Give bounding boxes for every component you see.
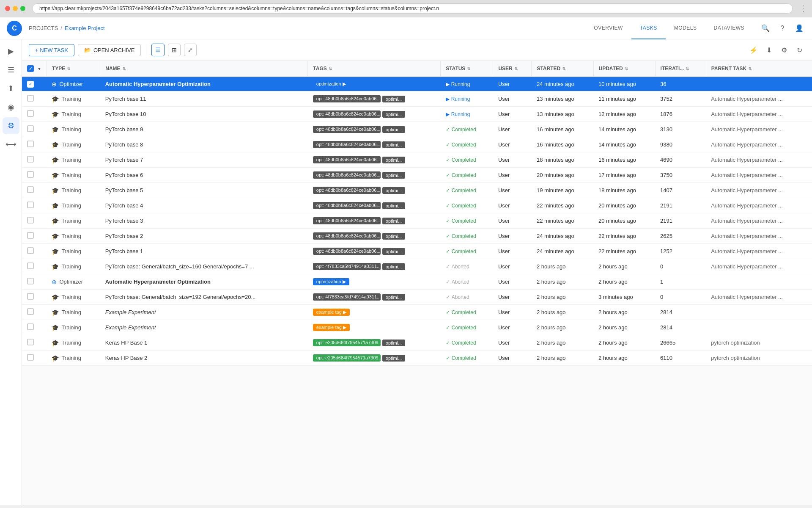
row-select-cell[interactable] (22, 244, 47, 259)
column-header-select[interactable]: ✓▼ (22, 61, 47, 77)
row-name-cell[interactable]: Automatic Hyperparameter Optimization (100, 274, 308, 290)
sidebar-item-tasks[interactable]: ☰ (3, 61, 19, 78)
row-checkbox[interactable] (27, 278, 34, 284)
row-name-cell[interactable]: Keras HP Base 2 (100, 351, 308, 366)
row-checkbox[interactable] (27, 186, 34, 193)
row-select-cell[interactable] (22, 229, 47, 244)
column-header-iterations[interactable]: ITERATI...⇅ (655, 61, 706, 77)
table-row[interactable]: 🎓TrainingPyTorch base 5opt: 48db0b8a6c82… (22, 183, 812, 198)
table-row[interactable]: 🎓TrainingPyTorch base 3opt: 48db0b8a6c82… (22, 213, 812, 229)
row-name-cell[interactable]: PyTorch base 7 (100, 152, 308, 168)
table-row[interactable]: 🎓TrainingKeras HP Base 2opt: e205d684f79… (22, 351, 812, 366)
row-name-cell[interactable]: PyTorch base: General/batch_size=192 Gen… (100, 290, 308, 305)
sidebar-item-settings[interactable]: ⚙ (3, 117, 19, 134)
user-avatar[interactable]: 👤 (793, 22, 805, 34)
row-name-cell[interactable]: PyTorch base 11 (100, 91, 308, 107)
table-row[interactable]: 🎓TrainingPyTorch base: General/batch_siz… (22, 290, 812, 305)
nav-tab-models[interactable]: MODELS (666, 17, 705, 39)
row-name-cell[interactable]: PyTorch base 2 (100, 229, 308, 244)
browser-maximize-dot[interactable] (20, 6, 25, 11)
column-header-started[interactable]: STARTED⇅ (532, 61, 593, 77)
row-name-cell[interactable]: Example Experiment (100, 305, 308, 320)
table-row[interactable]: ⊕OptimizerAutomatic Hyperparameter Optim… (22, 274, 812, 290)
nav-tab-dataviews[interactable]: DATAVIEWS (705, 17, 753, 39)
sidebar-item-models[interactable]: ◉ (3, 99, 19, 116)
row-checkbox[interactable] (27, 232, 34, 239)
row-select-cell[interactable] (22, 274, 47, 290)
row-select-cell[interactable] (22, 122, 47, 137)
row-name-cell[interactable]: PyTorch base 10 (100, 107, 308, 122)
browser-close-dot[interactable] (5, 6, 10, 11)
row-select-cell[interactable] (22, 107, 47, 122)
row-checkbox[interactable] (27, 323, 34, 330)
view-chart-button[interactable]: ⤢ (184, 44, 197, 56)
browser-menu-icon[interactable]: ⋮ (799, 4, 807, 13)
table-row[interactable]: 🎓TrainingExample Experimentexample tag ▶… (22, 305, 812, 320)
row-checkbox[interactable]: ✓ (27, 81, 34, 88)
table-row[interactable]: ✓⊕OptimizerAutomatic Hyperparameter Opti… (22, 77, 812, 91)
row-select-cell[interactable] (22, 137, 47, 152)
table-row[interactable]: 🎓TrainingPyTorch base 9opt: 48db0b8a6c82… (22, 122, 812, 137)
table-row[interactable]: 🎓TrainingPyTorch base 4opt: 48db0b8a6c82… (22, 198, 812, 213)
table-row[interactable]: 🎓TrainingPyTorch base 7opt: 48db0b8a6c82… (22, 152, 812, 168)
row-checkbox[interactable] (27, 247, 34, 254)
row-select-cell[interactable] (22, 351, 47, 366)
row-name-cell[interactable]: PyTorch base 5 (100, 183, 308, 198)
row-name-cell[interactable]: Example Experiment (100, 320, 308, 335)
table-row[interactable]: 🎓TrainingPyTorch base 10opt: 48db0b8a6c8… (22, 107, 812, 122)
new-task-button[interactable]: + NEW TASK (29, 44, 74, 56)
row-name-cell[interactable]: PyTorch base 3 (100, 213, 308, 229)
row-select-cell[interactable] (22, 168, 47, 183)
row-select-cell[interactable] (22, 183, 47, 198)
browser-url-bar[interactable]: https://app.clear.ml/projects/2043a1657f… (32, 3, 793, 14)
nav-tab-overview[interactable]: OVERVIEW (585, 17, 631, 39)
row-checkbox[interactable] (27, 293, 34, 300)
table-row[interactable]: 🎓TrainingPyTorch base 6opt: 48db0b8a6c82… (22, 168, 812, 183)
nav-tab-tasks[interactable]: TASKS (631, 17, 666, 39)
row-checkbox[interactable] (27, 339, 34, 345)
app-logo[interactable]: C (7, 21, 22, 36)
row-checkbox[interactable] (27, 141, 34, 147)
row-checkbox[interactable] (27, 217, 34, 224)
row-name-cell[interactable]: PyTorch base 4 (100, 198, 308, 213)
row-select-cell[interactable] (22, 290, 47, 305)
row-name-cell[interactable]: PyTorch base: General/batch_size=160 Gen… (100, 259, 308, 274)
row-name-cell[interactable]: PyTorch base 1 (100, 244, 308, 259)
row-checkbox[interactable] (27, 171, 34, 178)
row-name-cell[interactable]: PyTorch base 8 (100, 137, 308, 152)
column-header-updated[interactable]: UPDATED⇅ (593, 61, 655, 77)
row-checkbox[interactable] (27, 308, 34, 315)
row-select-cell[interactable] (22, 198, 47, 213)
table-row[interactable]: 🎓TrainingPyTorch base: General/batch_siz… (22, 259, 812, 274)
table-row[interactable]: 🎓TrainingPyTorch base 8opt: 48db0b8a6c82… (22, 137, 812, 152)
row-checkbox[interactable] (27, 156, 34, 163)
open-archive-button[interactable]: 📂 OPEN ARCHIVE (78, 44, 141, 56)
table-row[interactable]: 🎓TrainingPyTorch base 2opt: 48db0b8a6c82… (22, 229, 812, 244)
table-row[interactable]: 🎓TrainingExample Experimentexample tag ▶… (22, 320, 812, 335)
row-select-cell[interactable] (22, 213, 47, 229)
column-header-parent_task[interactable]: PARENT TASK⇅ (706, 61, 812, 77)
help-icon[interactable]: ? (776, 22, 788, 34)
browser-minimize-dot[interactable] (13, 6, 18, 11)
breadcrumb-projects[interactable]: PROJECTS (29, 25, 58, 31)
row-name-cell[interactable]: PyTorch base 6 (100, 168, 308, 183)
column-header-status[interactable]: STATUS⇅ (441, 61, 493, 77)
view-list-button[interactable]: ☰ (151, 44, 165, 56)
row-select-cell[interactable] (22, 152, 47, 168)
breadcrumb-current[interactable]: Example Project (65, 25, 105, 31)
row-checkbox[interactable] (27, 125, 34, 132)
column-header-tags[interactable]: TAGS⇅ (308, 61, 441, 77)
table-row[interactable]: 🎓TrainingPyTorch base 11opt: 48db0b8a6c8… (22, 91, 812, 107)
column-header-type[interactable]: TYPE⇅ (47, 61, 100, 77)
sidebar-item-datasets[interactable]: ⬆ (3, 80, 19, 97)
filter-icon[interactable]: ⚡ (748, 44, 760, 56)
settings-icon[interactable]: ⚙ (778, 44, 790, 56)
row-name-cell[interactable]: PyTorch base 9 (100, 122, 308, 137)
row-checkbox[interactable] (27, 110, 34, 117)
view-grid-button[interactable]: ⊞ (168, 44, 181, 56)
row-select-cell[interactable] (22, 259, 47, 274)
refresh-icon[interactable]: ↻ (793, 44, 805, 56)
download-icon[interactable]: ⬇ (763, 44, 775, 56)
row-checkbox[interactable] (27, 95, 34, 102)
column-header-name[interactable]: NAME⇅ (100, 61, 308, 77)
